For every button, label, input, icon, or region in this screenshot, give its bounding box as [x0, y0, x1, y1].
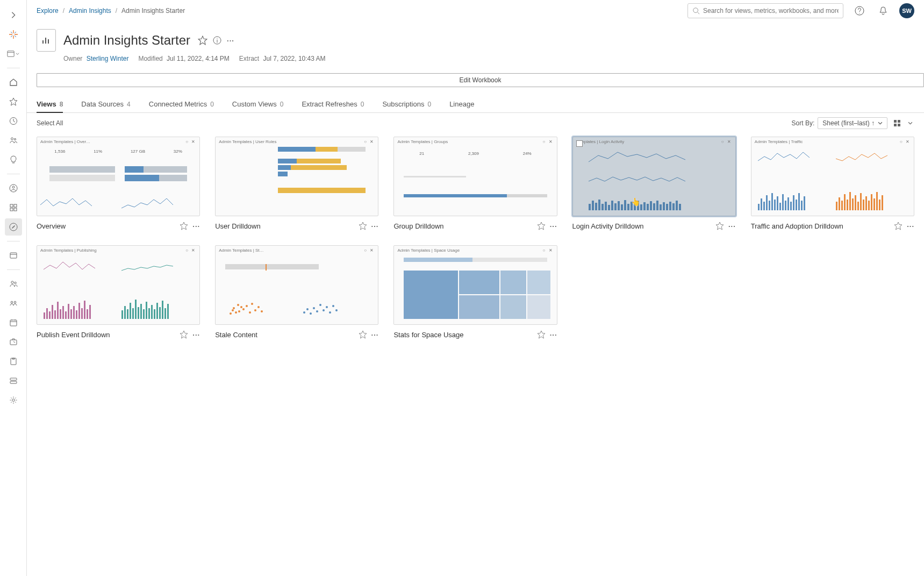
edit-workbook-button[interactable]: Edit Workbook [37, 73, 924, 87]
search-input[interactable] [703, 7, 839, 15]
tab-custom-views[interactable]: Custom Views0 [232, 100, 284, 112]
svg-point-2 [11, 138, 13, 140]
help-button[interactable] [852, 3, 867, 18]
select-checkbox[interactable] [576, 140, 583, 147]
nav-recents[interactable] [5, 112, 22, 130]
card-more-button[interactable]: ··· [192, 331, 200, 339]
favorite-toggle[interactable] [537, 222, 546, 230]
svg-rect-112 [121, 310, 123, 319]
tab-connected-metrics[interactable]: Connected Metrics0 [149, 100, 214, 112]
nav-shared[interactable] [5, 132, 22, 149]
view-title-link[interactable]: Overview [37, 222, 175, 230]
nav-users[interactable] [5, 275, 22, 293]
view-title-link[interactable]: Traffic and Adoption Drilldown [751, 222, 890, 230]
svg-point-15 [14, 301, 16, 303]
svg-rect-121 [146, 302, 147, 319]
svg-rect-26 [898, 120, 900, 123]
svg-rect-71 [793, 195, 794, 210]
svg-rect-88 [868, 201, 870, 210]
new-button[interactable] [5, 45, 22, 62]
tab-subscriptions[interactable]: Subscriptions0 [382, 100, 431, 112]
view-thumbnail[interactable]: Admin Templates | Publishing○ ✕ [37, 245, 200, 325]
search-icon [692, 7, 700, 15]
nav-schedules[interactable] [5, 314, 22, 331]
view-thumbnail[interactable]: Admin Templates | Groups○ ✕ 212,30924% [393, 137, 557, 216]
select-all-link[interactable]: Select All [37, 119, 63, 127]
nav-personal[interactable] [5, 180, 22, 197]
notifications-button[interactable] [876, 3, 891, 18]
nav-status[interactable] [5, 372, 22, 389]
svg-rect-110 [87, 309, 88, 319]
info-button[interactable] [213, 36, 221, 45]
card-more-button[interactable]: ··· [371, 222, 379, 230]
svg-rect-37 [614, 203, 617, 210]
nav-explore[interactable] [5, 218, 22, 236]
grid-view-button[interactable] [893, 119, 901, 127]
tab-views[interactable]: Views8 [37, 100, 63, 112]
favorite-toggle[interactable] [359, 222, 367, 230]
favorite-toggle[interactable] [537, 330, 546, 339]
card-more-button[interactable]: ··· [550, 222, 557, 230]
svg-rect-46 [643, 202, 646, 210]
nav-settings[interactable] [5, 392, 22, 409]
view-title-link[interactable]: Group Drilldown [393, 222, 532, 230]
favorite-toggle[interactable] [180, 330, 188, 339]
svg-rect-16 [10, 320, 17, 326]
view-title-link[interactable]: Login Activity Drilldown [572, 222, 711, 230]
card-more-button[interactable]: ··· [728, 222, 736, 230]
card-more-button[interactable]: ··· [371, 331, 379, 339]
breadcrumb-root[interactable]: Explore [37, 7, 59, 15]
svg-rect-96 [49, 311, 51, 319]
breadcrumb-parent[interactable]: Admin Insights [69, 7, 111, 15]
view-title-link[interactable]: Stale Content [215, 331, 354, 339]
tab-lineage[interactable]: Lineage [449, 100, 474, 112]
avatar[interactable]: SW [899, 3, 914, 18]
svg-rect-78 [841, 201, 843, 210]
more-actions-button[interactable]: ··· [227, 37, 234, 45]
nav-favorites[interactable] [5, 93, 22, 110]
svg-point-146 [310, 312, 312, 315]
view-thumbnail[interactable]: Admin Templates | Traffic○ ✕ [751, 137, 914, 216]
search-box[interactable] [687, 3, 843, 18]
card-more-button[interactable]: ··· [550, 331, 557, 339]
card-more-button[interactable]: ··· [907, 222, 914, 230]
tab-data-sources[interactable]: Data Sources4 [81, 100, 130, 112]
nav-tasks[interactable] [5, 353, 22, 370]
nav-jobs[interactable] [5, 333, 22, 351]
view-thumbnail[interactable]: Admin Templates | User Roles○ ✕ [215, 137, 378, 216]
nav-groups[interactable] [5, 295, 22, 312]
favorite-toggle[interactable] [359, 330, 367, 339]
favorite-toggle[interactable] [894, 222, 902, 230]
svg-rect-111 [89, 305, 91, 319]
app-logo[interactable] [5, 26, 22, 43]
favorite-button[interactable] [198, 35, 207, 45]
nav-external[interactable] [5, 247, 22, 264]
favorite-toggle[interactable] [180, 222, 188, 230]
svg-rect-93 [882, 195, 883, 210]
sort-dropdown[interactable]: Sheet (first–last) ↑ [818, 117, 887, 129]
view-thumbnail[interactable]: Templates | Login Activity○ ✕👆 [572, 137, 736, 216]
favorite-toggle[interactable] [715, 222, 724, 230]
svg-point-139 [249, 311, 251, 314]
card-more-button[interactable]: ··· [192, 222, 200, 230]
nav-recommendations[interactable] [5, 151, 22, 168]
view-mode-caret[interactable] [906, 119, 914, 127]
expand-nav-button[interactable] [5, 6, 22, 24]
view-title-link[interactable]: Publish Event Drilldown [37, 331, 175, 339]
view-title-link[interactable]: User Drilldown [215, 222, 354, 230]
lightbulb-icon [9, 155, 18, 164]
tab-extract-refreshes[interactable]: Extract Refreshes0 [302, 100, 364, 112]
view-thumbnail[interactable]: Admin Templates | St…○ ✕ [215, 245, 378, 325]
svg-rect-114 [127, 309, 128, 319]
svg-rect-81 [849, 192, 851, 210]
owner-link[interactable]: Sterling Winter [87, 55, 129, 62]
svg-point-152 [329, 311, 331, 314]
nav-collections[interactable] [5, 199, 22, 216]
svg-rect-87 [865, 196, 867, 210]
svg-point-140 [251, 303, 253, 305]
view-thumbnail[interactable]: Admin Templates | Over…○ ✕ 1,53611%127 G… [37, 137, 200, 216]
nav-home[interactable] [5, 74, 22, 91]
view-title-link[interactable]: Stats for Space Usage [393, 331, 532, 339]
star-outline-icon [198, 35, 207, 45]
view-thumbnail[interactable]: Admin Templates | Space Usage○ ✕ [393, 245, 557, 325]
